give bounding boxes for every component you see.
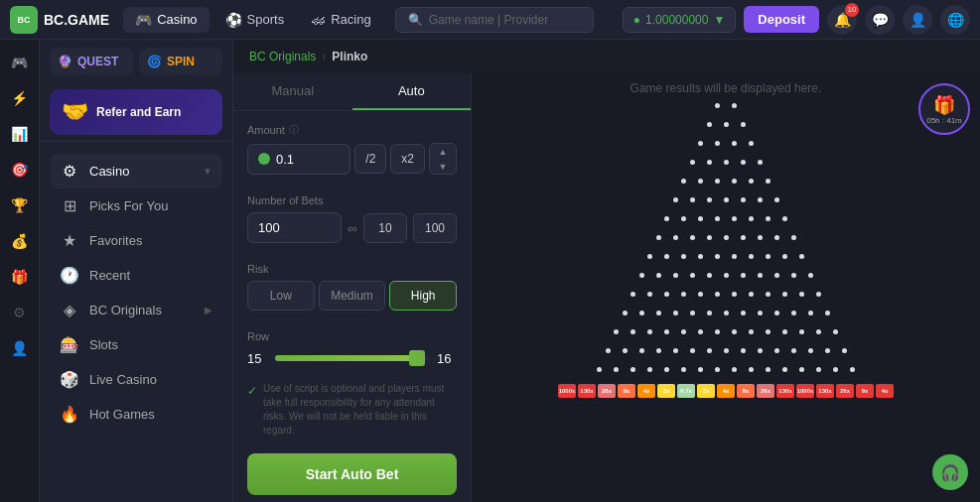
half-button[interactable]: /2 bbox=[354, 144, 386, 174]
tab-manual[interactable]: Manual bbox=[233, 73, 352, 110]
deposit-button[interactable]: Deposit bbox=[744, 6, 819, 33]
plinko-dot bbox=[732, 141, 737, 146]
globe-icon: 🌐 bbox=[947, 12, 964, 28]
topnav: BC BC.GAME 🎮 Casino ⚽ Sports 🏎 Racing 🔍 … bbox=[0, 0, 980, 40]
sidebar-recent-label: Recent bbox=[89, 268, 212, 283]
plinko-dot bbox=[623, 311, 628, 315]
risk-low-button[interactable]: Low bbox=[247, 281, 315, 311]
profile-button[interactable]: 👤 bbox=[903, 5, 932, 35]
refer-label: Refer and Earn bbox=[96, 105, 181, 119]
payout-cell: 9x bbox=[737, 384, 755, 398]
dot-row bbox=[647, 254, 804, 259]
plinko-dot bbox=[623, 348, 628, 353]
plinko-dot bbox=[791, 273, 796, 278]
side-icon-trophy[interactable]: 🏆 bbox=[5, 190, 35, 220]
plinko-dot bbox=[664, 292, 669, 297]
spin-button[interactable]: 🌀 SPIN bbox=[139, 48, 222, 75]
plinko-dot bbox=[724, 160, 729, 165]
sidebar-item-live-casino[interactable]: 🎲 Live Casino bbox=[50, 362, 222, 397]
nav-racing-label: Racing bbox=[331, 12, 370, 27]
sidebar-item-recent[interactable]: 🕐 Recent bbox=[50, 258, 222, 293]
side-icon-settings[interactable]: ⚙ bbox=[5, 298, 35, 327]
headphone-icon: 🎧 bbox=[940, 463, 960, 482]
refer-banner[interactable]: 🤝 Refer and Earn bbox=[50, 89, 222, 135]
side-icon-bolt[interactable]: ⚡ bbox=[5, 83, 35, 113]
payout-cell: 9x bbox=[856, 384, 874, 398]
sidebar-inner: 🔮 QUEST 🌀 SPIN 🤝 Refer and Earn ⚙ Casino… bbox=[40, 40, 232, 502]
sidebar-item-slots[interactable]: 🎰 Slots bbox=[50, 327, 222, 362]
risk-row: Low Medium High bbox=[247, 281, 457, 311]
row-slider[interactable] bbox=[275, 348, 429, 368]
notifications-button[interactable]: 🔔 10 bbox=[827, 5, 857, 35]
sidebar-item-casino[interactable]: ⚙ Casino ▼ bbox=[50, 154, 222, 188]
nav-racing[interactable]: 🏎 Racing bbox=[300, 7, 382, 33]
risk-label: Risk bbox=[247, 263, 457, 275]
amount-stepper[interactable]: ▲ ▼ bbox=[429, 143, 457, 175]
slider-thumb[interactable] bbox=[409, 350, 425, 366]
chat-icon: 💬 bbox=[872, 12, 889, 28]
bets-row: 100 ∞ 10 100 bbox=[247, 212, 457, 243]
sidebar-bc-originals-label: BC Originals bbox=[89, 303, 195, 317]
side-icon-more[interactable]: 👤 bbox=[5, 333, 35, 363]
start-auto-bet-button[interactable]: Start Auto Bet bbox=[247, 453, 457, 495]
stepper-down-button[interactable]: ▼ bbox=[430, 159, 456, 174]
plinko-dot bbox=[808, 311, 813, 315]
plinko-dot bbox=[808, 348, 813, 353]
plinko-dot bbox=[698, 216, 703, 221]
plinko-dot bbox=[690, 311, 695, 315]
sidebar-item-bc-originals[interactable]: ◈ BC Originals ▶ bbox=[50, 293, 222, 327]
plinko-dot bbox=[774, 273, 779, 278]
breadcrumb-parent[interactable]: BC Originals bbox=[249, 50, 316, 63]
tab-auto[interactable]: Auto bbox=[352, 73, 472, 110]
row-section: Row 15 16 bbox=[233, 318, 471, 376]
logo[interactable]: BC BC.GAME bbox=[10, 6, 109, 34]
plinko-dot bbox=[782, 329, 787, 334]
side-icon-game[interactable]: 🎮 bbox=[5, 48, 35, 77]
bets-input[interactable]: 100 bbox=[247, 212, 342, 243]
plinko-dot bbox=[791, 235, 796, 240]
dot-row bbox=[639, 273, 813, 278]
stepper-up-button[interactable]: ▲ bbox=[430, 144, 456, 159]
balance-button[interactable]: ● 1.00000000 ▼ bbox=[623, 7, 737, 33]
sidebar-item-favorites[interactable]: ★ Favorites bbox=[50, 223, 222, 258]
payout-cell: 4x bbox=[637, 384, 655, 398]
headphone-button[interactable]: 🎧 bbox=[932, 454, 968, 490]
quest-button[interactable]: 🔮 QUEST bbox=[50, 48, 133, 75]
plinko-dot bbox=[639, 348, 644, 353]
plinko-dot bbox=[707, 348, 712, 353]
side-icon-target[interactable]: 🎯 bbox=[5, 155, 35, 185]
side-icon-coins[interactable]: 💰 bbox=[5, 226, 35, 256]
gift-timer-text: 05h : 41m bbox=[926, 116, 962, 125]
side-icon-chart[interactable]: 📊 bbox=[5, 119, 35, 149]
plinko-dot bbox=[656, 235, 661, 240]
recent-icon: 🕐 bbox=[60, 266, 79, 285]
plinko-dot bbox=[850, 367, 855, 372]
plinko-dot bbox=[597, 367, 602, 372]
bets-max[interactable]: 100 bbox=[413, 213, 457, 243]
sidebar-item-picks[interactable]: ⊞ Picks For You bbox=[50, 188, 222, 223]
slider-track bbox=[275, 355, 429, 361]
search-box[interactable]: 🔍 Game name | Provider bbox=[395, 7, 594, 33]
gift-timer[interactable]: 🎁 05h : 41m bbox=[918, 83, 970, 135]
sidebar-item-hot-games[interactable]: 🔥 Hot Games bbox=[50, 397, 222, 432]
amount-input[interactable]: 0.1 bbox=[247, 144, 350, 175]
risk-high-button[interactable]: High bbox=[389, 281, 457, 311]
game-panel: Manual Auto Amount ⓘ 0.1 bbox=[233, 73, 980, 502]
messages-button[interactable]: 💬 bbox=[865, 5, 895, 35]
dot-row bbox=[707, 122, 746, 127]
plinko-dot bbox=[698, 292, 703, 297]
nav-casino[interactable]: 🎮 Casino bbox=[123, 7, 209, 33]
plinko-dot bbox=[698, 179, 703, 184]
bets-min[interactable]: 10 bbox=[363, 213, 407, 243]
nav-sports[interactable]: ⚽ Sports bbox=[213, 7, 297, 33]
settings-button[interactable]: 🌐 bbox=[940, 5, 970, 35]
bc-originals-arrow-icon: ▶ bbox=[205, 305, 212, 315]
double-button[interactable]: x2 bbox=[390, 144, 425, 174]
bc-originals-icon: ◈ bbox=[60, 301, 79, 319]
plinko-dot bbox=[630, 329, 635, 334]
side-icon-gift[interactable]: 🎁 bbox=[5, 262, 35, 292]
sidebar-casino-label: Casino bbox=[89, 164, 193, 179]
risk-medium-button[interactable]: Medium bbox=[319, 281, 386, 311]
plinko-dot bbox=[825, 311, 830, 315]
plinko-dot bbox=[732, 179, 737, 184]
